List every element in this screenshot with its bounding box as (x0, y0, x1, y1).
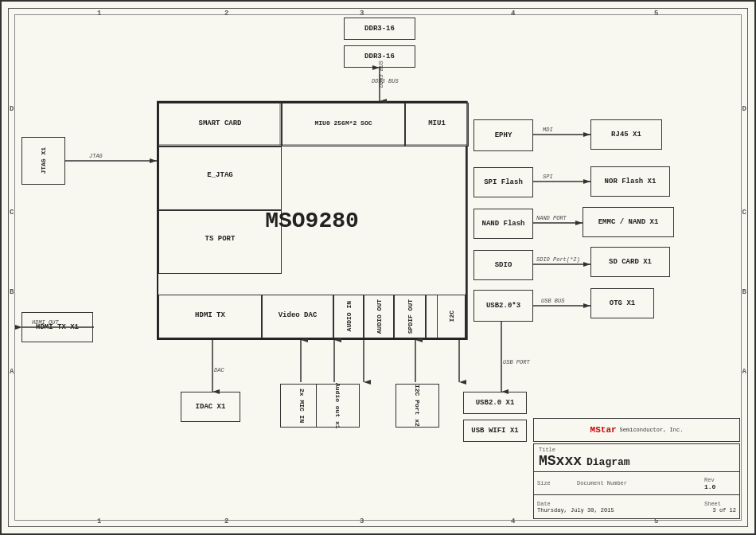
miu0-label: MIU0 256M*2 SOC (283, 119, 404, 127)
mstar-subtitle: Semiconductor, Inc. (620, 427, 684, 433)
col-marker-1-b: 1 (97, 517, 101, 525)
col-marker-4-b: 4 (511, 517, 515, 525)
sd-card-block: SD CARD X1 (590, 247, 670, 277)
row-marker-b: B (10, 288, 14, 296)
hdmi-tx-x1-label: HDMI TX X1 (36, 323, 79, 331)
jtag-label: JTAG X1 (40, 147, 47, 174)
smart-card-section: SMART CARD (158, 103, 282, 146)
col-marker-1-t: 1 (97, 10, 101, 18)
spdif-out-section: SPDIF OUT (394, 295, 426, 338)
ejtag-label: E_JTAG (159, 171, 281, 179)
i2c-port-label: I2C Port x2 (414, 385, 421, 427)
nor-flash-label: NOR Flash X1 (605, 178, 657, 185)
ddr3-bus-label: DDR3 BUS (372, 78, 399, 84)
usb-label: USB2.0*3 (486, 302, 520, 310)
rev-value: 1.0 (704, 483, 736, 490)
size-label: Size (537, 480, 569, 486)
sheet-value: 3 of 12 (713, 507, 736, 514)
spi-flash-label: SPI Flash (484, 178, 523, 186)
row-marker-d: D (10, 105, 14, 113)
rev-label: Rev (704, 477, 736, 483)
ddr3-bottom-label: DDR3-16 (364, 53, 395, 61)
row-marker-a-r: A (742, 368, 746, 376)
doc-number-label: Document Number (577, 480, 696, 486)
title-label: Title (539, 447, 555, 453)
ejtag-section: E_JTAG (158, 146, 282, 210)
usb-block: USB2.0*3 (473, 290, 533, 322)
emmc-nand-label: EMMC / NAND X1 (598, 218, 659, 226)
row-marker-c: C (10, 209, 14, 217)
sdio-block: SDIO (473, 250, 533, 280)
audio-out-section: AUDIO OUT (364, 295, 394, 338)
video-dac-section: Video DAC (262, 295, 333, 338)
tsport-section: TS PORT (158, 210, 282, 274)
tsport-label: TS PORT (159, 235, 281, 243)
mic-in-label: 2x MIC IN (298, 389, 306, 423)
spi-flash-block: SPI Flash (473, 167, 533, 197)
hdmi-tx-section: HDMI TX (158, 295, 262, 338)
usb2-x1-label: USB2.0 X1 (476, 399, 515, 407)
i2c-port-block: I2C Port x2 (396, 384, 439, 428)
rj45-block: RJ45 X1 (590, 119, 662, 150)
col-marker-4-t: 4 (511, 10, 515, 18)
otg-label: OTG X1 (610, 299, 635, 307)
ephy-block: EPHY (473, 119, 533, 151)
usb-wifi-block: USB WIFI X1 (463, 420, 527, 442)
miu1-label: MIU1 (406, 119, 468, 127)
mstar-logo: MStar Semiconductor, Inc. (533, 418, 740, 442)
usb2-x1-block: USB2.0 X1 (463, 392, 527, 414)
nand-flash-label: NAND Flash (481, 220, 524, 228)
nor-flash-block: NOR Flash X1 (590, 166, 670, 197)
chip-name-label: MSO9280 (265, 209, 359, 233)
date-label: Date (537, 501, 614, 507)
idac-block: IDAC X1 (181, 392, 240, 422)
audio-in-label: AUDIO IN (345, 301, 353, 331)
emmc-nand-block: EMMC / NAND X1 (583, 207, 674, 237)
sheet-label: Sheet (704, 501, 736, 507)
row-marker-b-r: B (742, 288, 746, 296)
audio-out-label: AUDIO OUT (376, 299, 383, 334)
usb-wifi-label: USB WIFI X1 (471, 427, 518, 435)
ddr3-bottom-block: DDR3-16 (344, 45, 415, 68)
col-marker-5-t: 5 (654, 10, 658, 18)
ddr3-top-label: DDR3-16 (364, 25, 395, 33)
col-marker-2-t: 2 (224, 10, 228, 18)
col-marker-3-b: 3 (360, 517, 364, 525)
title-block: Title MSxxx Diagram Size Document Number… (533, 443, 740, 519)
idac-label: IDAC X1 (196, 403, 226, 411)
title-sub: Diagram (586, 456, 630, 468)
jtag-block: JTAG X1 (21, 137, 65, 185)
hdmi-tx-label: HDMI TX (159, 311, 261, 319)
row-marker-a: A (10, 368, 14, 376)
audio-out-x1-block: Audio out x1 (316, 384, 360, 428)
spdif-out-label: SPDIF OUT (407, 299, 414, 334)
smart-card-label: SMART CARD (159, 119, 281, 127)
i2c-section: I2C (437, 295, 466, 338)
i2c-label: I2C (448, 310, 455, 322)
ephy-label: EPHY (495, 131, 512, 139)
rj45-label: RJ45 X1 (611, 131, 641, 139)
schematic-container: D C B A D C B A 1 2 3 4 5 1 2 3 4 5 DDR3… (0, 0, 756, 535)
nand-flash-block: NAND Flash (473, 209, 533, 239)
title-main: MSxxx (539, 453, 582, 469)
row-marker-d-r: D (742, 105, 746, 113)
sd-card-label: SD CARD X1 (609, 258, 652, 266)
hdmi-tx-x1-block: HDMI TX X1 (21, 312, 93, 342)
date-value: Thursday, July 30, 2015 (537, 507, 614, 514)
row-marker-c-r: C (742, 209, 746, 217)
mstar-logo-text: MStar (590, 425, 617, 435)
col-marker-3-t: 3 (360, 10, 364, 18)
col-marker-2-b: 2 (224, 517, 228, 525)
audio-out-x1-label: Audio out x1 (334, 383, 341, 429)
audio-in-section: AUDIO IN (333, 295, 364, 338)
miu0-section: MIU0 256M*2 SOC (282, 103, 405, 146)
video-dac-label: Video DAC (263, 311, 333, 319)
ddr3-top-block: DDR3-16 (344, 18, 415, 40)
otg-block: OTG X1 (590, 288, 654, 318)
main-chip: SMART CARD MIU0 256M*2 SOC MIU1 E_JTAG T… (157, 101, 467, 340)
sdio-label: SDIO (495, 261, 512, 269)
miu1-section: MIU1 (405, 103, 469, 146)
